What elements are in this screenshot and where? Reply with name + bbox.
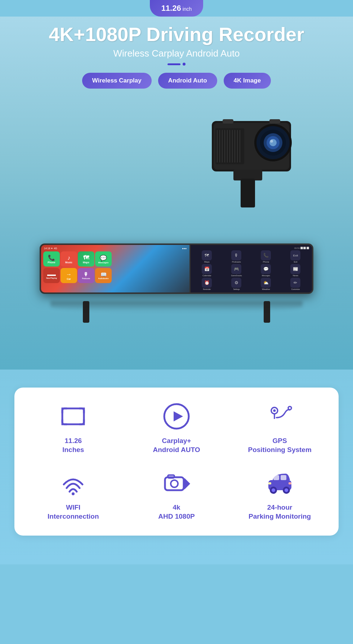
svg-point-34: [171, 480, 178, 487]
hero-title: 4K+1080P Driving Recorder: [0, 24, 353, 45]
svg-point-41: [272, 488, 275, 492]
app-audiobooks-icon: 📖 Audiobooks: [95, 268, 112, 283]
svg-rect-44: [268, 482, 271, 484]
feature-pills: Wireless Carplay Android Auto 4K Image: [0, 73, 353, 89]
carplay-screen: 14:18 ✦ 4G ●●● 📞 Phone ♪ Music: [41, 245, 189, 292]
feature-parking: 24-hour Parking Monitoring: [232, 469, 328, 521]
divider-dot: [183, 63, 186, 66]
app-nowplaying-icon: ▬▬ Now Playing: [43, 268, 60, 283]
divider: [0, 63, 353, 66]
badge-unit: inch: [183, 6, 192, 12]
svg-point-19: [270, 140, 273, 143]
features-grid: 11.26 Inches Carplay+ Android AUTO: [25, 402, 328, 521]
size-badge: 11.26 inch: [150, 0, 204, 17]
svg-rect-24: [62, 408, 84, 424]
feature-gps: GPS Positioning System: [232, 402, 328, 454]
svg-rect-38: [273, 475, 279, 480]
play-icon: [162, 402, 191, 431]
badge-size: 11.26: [161, 4, 181, 13]
feature-label-parking: 24-hour Parking Monitoring: [249, 503, 311, 521]
svg-rect-23: [269, 119, 280, 124]
top-badge-area: 11.26 inch: [0, 0, 353, 17]
wifi-icon: [59, 469, 88, 497]
hero-section: 4K+1080P Driving Recorder Wireless Carpl…: [0, 17, 353, 370]
svg-point-18: [269, 139, 277, 146]
svg-rect-33: [165, 477, 184, 490]
svg-marker-36: [184, 478, 190, 489]
feature-label-screen: 11.26 Inches: [62, 437, 84, 454]
app-car-icon: → Car: [61, 268, 77, 283]
mirror-reflection: [50, 301, 303, 312]
feature-camera: 4k AHD 1080P: [129, 469, 225, 521]
android-auto-icons: 🗺Maps 🎙Podcasts 📞Phone ExitExit 📅Calenda…: [192, 250, 310, 291]
mirror-container: 14:18 ✦ 4G ●●● 📞 Phone ♪ Music: [40, 243, 313, 301]
app-maps-icon: 🗺 Maps: [78, 251, 94, 267]
divider-line: [167, 63, 180, 65]
camera-module: [161, 99, 313, 251]
app-music-icon: ♪ Music: [61, 251, 77, 267]
android-auto-screen: 09:59 ⬜ ⬜ ⬜ 🗺Maps 🎙Podcasts 📞Phone ExitE…: [191, 245, 312, 292]
svg-rect-39: [281, 475, 286, 480]
feature-label-wifi: WIFI Interconnection: [48, 503, 99, 521]
features-card: 11.26 Inches Carplay+ Android AUTO: [14, 388, 339, 536]
feature-label-camera: 4k AHD 1080P: [158, 503, 195, 521]
mirror-display: 14:18 ✦ 4G ●●● 📞 Phone ♪ Music: [40, 243, 313, 294]
mirror-screen: 14:18 ✦ 4G ●●● 📞 Phone ♪ Music: [41, 245, 312, 292]
svg-rect-22: [223, 119, 233, 124]
pill-4k: 4K Image: [224, 73, 271, 89]
svg-rect-21: [241, 179, 255, 207]
app-podcasts-icon: 🎙 Podcasts: [78, 268, 94, 283]
svg-point-31: [289, 407, 291, 409]
hero-subtitle: Wireless Carplay Android Auto: [0, 48, 353, 59]
screen-icon: [59, 402, 88, 431]
app-phone-icon: 📞 Phone: [43, 251, 60, 267]
parking-icon: [265, 469, 294, 497]
svg-point-29: [273, 409, 276, 412]
pill-android: Android Auto: [158, 73, 217, 89]
feature-label-carplay: Carplay+ Android AUTO: [153, 437, 200, 454]
gps-icon: [265, 402, 294, 431]
feature-wifi: WIFI Interconnection: [25, 469, 121, 521]
svg-point-32: [72, 492, 75, 495]
feature-label-gps: GPS Positioning System: [248, 437, 312, 454]
app-messages-icon: 💬 Messages: [95, 251, 112, 267]
product-image-area: 14:18 ✦ 4G ●●● 📞 Phone ♪ Music: [0, 99, 353, 301]
svg-point-43: [285, 488, 288, 492]
pill-carplay: Wireless Carplay: [82, 73, 152, 89]
feature-screen-size: 11.26 Inches: [25, 402, 121, 454]
svg-rect-45: [289, 482, 291, 484]
feature-carplay: Carplay+ Android AUTO: [129, 402, 225, 454]
camera-icon: [162, 469, 191, 497]
svg-marker-26: [174, 411, 183, 421]
features-section: 11.26 Inches Carplay+ Android AUTO: [0, 370, 353, 564]
